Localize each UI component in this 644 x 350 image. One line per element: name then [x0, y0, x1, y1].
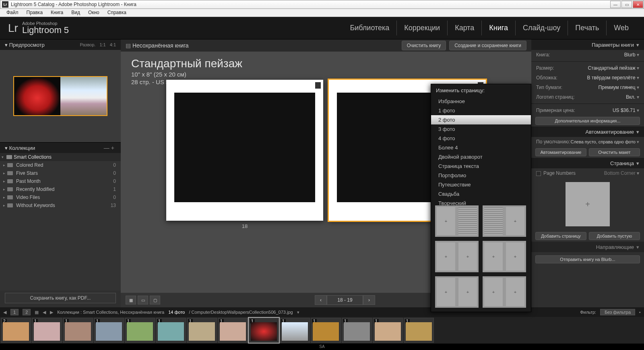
opt-textpage[interactable]: Страница текста	[431, 162, 531, 171]
window-2[interactable]: 2	[23, 309, 31, 315]
filmstrip-thumb[interactable]: 2	[1, 318, 31, 343]
filmstrip-thumb[interactable]: 1	[311, 318, 341, 343]
view-grid-button[interactable]: ▦	[126, 296, 136, 304]
menu-file[interactable]: Файл	[2, 9, 23, 17]
filmstrip-thumb[interactable]: 1	[63, 318, 93, 343]
page-layout-preview[interactable]: +	[566, 182, 610, 226]
preview-mode-1to1[interactable]: 1:1	[99, 42, 105, 47]
autolayout-button[interactable]: Автомакетирование	[535, 148, 586, 156]
prop-cover[interactable]: Обложка:В твёрдом переплёте	[531, 73, 644, 83]
book-page-left[interactable]	[166, 80, 323, 221]
opt-2photo[interactable]: 2 фото	[431, 115, 531, 124]
smart-collections-folder[interactable]: ▾ Smart Collections	[0, 153, 121, 161]
collection-minus-icon[interactable]: —	[104, 145, 111, 151]
opt-1photo[interactable]: 1 фото	[431, 106, 531, 115]
preview-mode-spread[interactable]: Развор.	[80, 42, 95, 47]
collection-video-files[interactable]: ▸Video Files0	[0, 193, 121, 201]
close-button[interactable]: ✕	[633, 1, 643, 8]
view-spread-button[interactable]: ▭	[138, 296, 148, 304]
prop-book[interactable]: Книга:Blurb	[531, 50, 644, 60]
book-params-header[interactable]: Параметры книги▾	[531, 39, 644, 50]
menu-book[interactable]: Книга	[47, 9, 67, 17]
opt-more4[interactable]: Более 4	[431, 143, 531, 152]
collections-header[interactable]: ▾ Коллекции —+	[0, 143, 121, 153]
opt-portfolio[interactable]: Портфолио	[431, 171, 531, 180]
opt-wedding[interactable]: Свадьба	[431, 189, 531, 199]
filmstrip-thumb[interactable]: 1	[280, 318, 310, 343]
filter-lock-icon[interactable]: ▪	[639, 310, 641, 315]
module-map[interactable]: Карта	[448, 21, 482, 35]
clear-layout-button[interactable]: Очистить макет	[589, 148, 640, 156]
collection-past-month[interactable]: ▸Past Month0	[0, 177, 121, 185]
nav-prev-icon[interactable]: ◀	[43, 310, 46, 315]
menu-window[interactable]: Окно	[84, 9, 103, 17]
send-to-blurb-button[interactable]: Отправить книгу на Blurb...	[535, 255, 640, 263]
collection-path[interactable]: Коллекции : Smart Collections, Несохранё…	[57, 310, 164, 315]
prop-size[interactable]: Размер:Стандартный пейзаж	[531, 63, 644, 73]
opt-4photo[interactable]: 4 фото	[431, 134, 531, 143]
module-web[interactable]: Web	[607, 21, 636, 35]
add-page-button[interactable]: Добавить страницу	[535, 232, 586, 240]
prop-paper[interactable]: Тип бумаги:Премиум глянец	[531, 83, 644, 92]
page-panel-header[interactable]: Страница▾	[531, 158, 644, 168]
window-left-icon[interactable]: ◀	[3, 310, 6, 315]
filmstrip-thumb[interactable]: 1	[156, 318, 186, 343]
collection-five-stars[interactable]: ▸Five Stars0	[0, 169, 121, 177]
more-info-button[interactable]: Дополнительная информация...	[535, 117, 640, 125]
minimize-button[interactable]: —	[610, 1, 621, 8]
grid-icon[interactable]: ▦	[35, 310, 39, 315]
template-6[interactable]: ++	[483, 276, 526, 308]
collection-plus-icon[interactable]: +	[111, 145, 116, 151]
filmstrip-thumb[interactable]: 1	[187, 318, 217, 343]
opt-3photo[interactable]: 3 фото	[431, 124, 531, 134]
page-left-image[interactable]	[174, 93, 315, 202]
opt-favorites[interactable]: Избранное	[431, 97, 531, 106]
filmstrip-thumb[interactable]: 1	[342, 318, 372, 343]
opt-travel[interactable]: Путешествие	[431, 180, 531, 189]
module-book[interactable]: Книга	[482, 21, 516, 35]
path-dropdown-icon[interactable]: ▾	[297, 310, 299, 315]
module-slideshow[interactable]: Слайд-шоу	[516, 21, 568, 35]
page-numbers-toggle[interactable]: Page NumbersBottom Corner	[531, 168, 644, 178]
collection-recently-modified[interactable]: ▸Recently Modified1	[0, 185, 121, 193]
filmstrip-thumb[interactable]: 1	[94, 318, 124, 343]
preview-spread[interactable]	[13, 76, 107, 116]
add-blank-button[interactable]: Добавить пустую	[589, 232, 640, 240]
filmstrip-thumb[interactable]: 1	[249, 318, 279, 343]
template-2[interactable]: +	[483, 205, 526, 237]
autolayout-default[interactable]: По умолчанию:Слева пусто, справа одно фо…	[531, 137, 644, 147]
filmstrip-thumb[interactable]: 1	[404, 318, 434, 343]
filmstrip-thumb[interactable]: 1	[125, 318, 155, 343]
filmstrip-thumb[interactable]: 1	[218, 318, 248, 343]
preview-panel-header[interactable]: ▾ Предпросмотр Развор. 1:1 4:1	[0, 39, 121, 50]
menu-help[interactable]: Справка	[103, 9, 130, 17]
template-4[interactable]: ++	[483, 241, 526, 272]
template-5[interactable]: ++	[435, 276, 479, 308]
nav-next-icon[interactable]: ▶	[50, 310, 53, 315]
maximize-button[interactable]: ▭	[621, 1, 632, 8]
guides-header[interactable]: Направляющие▾	[531, 242, 644, 252]
module-library[interactable]: Библиотека	[343, 21, 397, 35]
create-save-book-button[interactable]: Создание и сохранение книги	[449, 41, 526, 50]
collection-without-keywords[interactable]: ▸Without Keywords13	[0, 201, 121, 209]
filmstrip-thumb[interactable]: 1	[373, 318, 403, 343]
module-print[interactable]: Печать	[568, 21, 607, 35]
menu-edit[interactable]: Правка	[23, 9, 47, 17]
filmstrip-thumb[interactable]: 1	[32, 318, 62, 343]
template-1[interactable]: +	[435, 205, 479, 237]
view-single-button[interactable]: ▢	[150, 296, 160, 304]
module-develop[interactable]: Коррекции	[397, 21, 448, 35]
preview-mode-4to1[interactable]: 4:1	[110, 42, 116, 47]
next-page-button[interactable]: ›	[363, 295, 375, 305]
window-1[interactable]: 1	[10, 309, 19, 315]
autolayout-header[interactable]: Автомакетирование▾	[531, 126, 644, 137]
prop-logo[interactable]: Логотип страниц:Вкл.	[531, 92, 644, 102]
checkbox-icon[interactable]	[536, 171, 541, 176]
clear-book-button[interactable]: Очистить книгу	[402, 41, 446, 50]
filter-dropdown[interactable]: Без фильтра	[600, 309, 635, 315]
opt-doublespread[interactable]: Двойной разворот	[431, 152, 531, 162]
collection-colored-red[interactable]: ▸Colored Red0	[0, 161, 121, 169]
menu-view[interactable]: Вид	[67, 9, 84, 17]
prev-page-button[interactable]: ‹	[315, 295, 327, 305]
template-3[interactable]: ++	[435, 241, 479, 272]
